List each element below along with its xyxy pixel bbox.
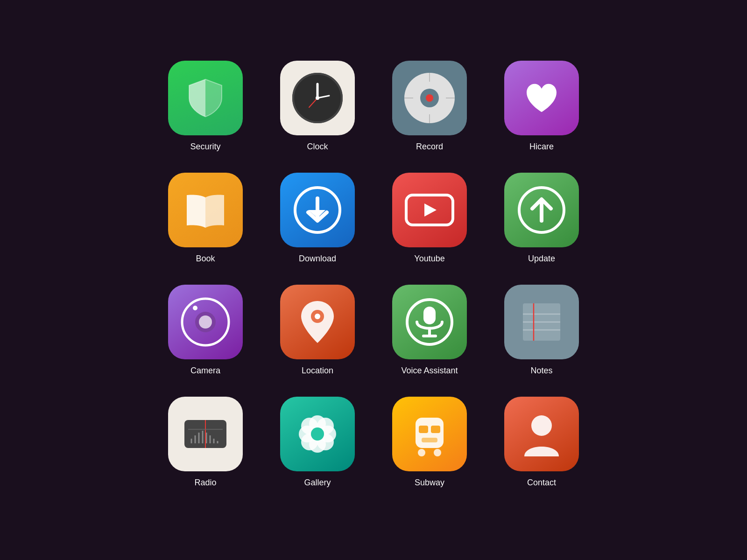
app-item-notes[interactable]: Notes bbox=[495, 285, 588, 387]
subway-icon-wrap bbox=[392, 397, 467, 471]
svg-point-22 bbox=[199, 315, 212, 329]
svg-point-59 bbox=[418, 449, 425, 456]
book-icon-wrap bbox=[168, 173, 243, 247]
security-icon bbox=[187, 77, 224, 119]
svg-point-25 bbox=[315, 314, 320, 319]
subway-label: Subway bbox=[415, 478, 444, 488]
app-item-camera[interactable]: Camera bbox=[159, 285, 252, 387]
update-icon bbox=[516, 184, 567, 236]
download-icon bbox=[292, 184, 343, 236]
app-item-security[interactable]: Security bbox=[159, 61, 252, 163]
svg-marker-17 bbox=[424, 203, 437, 217]
app-item-youtube[interactable]: Youtube bbox=[383, 173, 476, 275]
app-item-radio[interactable]: Radio bbox=[159, 397, 252, 499]
contact-icon bbox=[521, 411, 563, 457]
svg-point-60 bbox=[434, 449, 441, 456]
record-icon-wrap bbox=[392, 61, 467, 135]
app-item-location[interactable]: Location bbox=[271, 285, 364, 387]
svg-rect-58 bbox=[422, 438, 437, 442]
svg-point-61 bbox=[531, 415, 552, 436]
youtube-label: Youtube bbox=[414, 254, 444, 264]
clock-label: Clock bbox=[307, 142, 328, 152]
app-item-gallery[interactable]: Gallery bbox=[271, 397, 364, 499]
app-item-book[interactable]: Book bbox=[159, 173, 252, 275]
notes-label: Notes bbox=[530, 366, 552, 376]
hicare-label: Hicare bbox=[529, 142, 554, 152]
location-icon bbox=[299, 299, 336, 345]
hicare-icon bbox=[523, 79, 560, 117]
notes-icon bbox=[516, 296, 567, 348]
clock-icon-wrap bbox=[280, 61, 355, 135]
app-item-hicare[interactable]: Hicare bbox=[495, 61, 588, 163]
svg-point-23 bbox=[193, 306, 197, 310]
app-item-record[interactable]: Record bbox=[383, 61, 476, 163]
voice-assistant-label: Voice Assistant bbox=[401, 366, 458, 376]
svg-rect-55 bbox=[416, 418, 444, 448]
download-label: Download bbox=[299, 254, 336, 264]
youtube-icon bbox=[404, 191, 455, 229]
update-label: Update bbox=[528, 254, 555, 264]
app-grid: Security Clock bbox=[159, 61, 588, 499]
youtube-icon-wrap bbox=[392, 173, 467, 247]
camera-label: Camera bbox=[190, 366, 220, 376]
record-icon bbox=[402, 70, 458, 126]
camera-icon bbox=[177, 294, 233, 350]
radio-icon-wrap bbox=[168, 397, 243, 471]
svg-rect-56 bbox=[419, 426, 428, 433]
location-icon-wrap bbox=[280, 285, 355, 359]
record-label: Record bbox=[416, 142, 443, 152]
app-item-subway[interactable]: Subway bbox=[383, 397, 476, 499]
location-label: Location bbox=[302, 366, 333, 376]
radio-icon bbox=[180, 413, 231, 455]
svg-point-5 bbox=[316, 96, 319, 100]
camera-icon-wrap bbox=[168, 285, 243, 359]
svg-rect-27 bbox=[423, 307, 436, 324]
security-icon-wrap bbox=[168, 61, 243, 135]
app-item-update[interactable]: Update bbox=[495, 173, 588, 275]
gallery-label: Gallery bbox=[304, 478, 331, 488]
svg-point-8 bbox=[426, 94, 433, 102]
app-item-download[interactable]: Download bbox=[271, 173, 364, 275]
subway-icon bbox=[409, 411, 451, 457]
voice-icon bbox=[404, 296, 455, 348]
clock-icon bbox=[289, 70, 345, 126]
contact-label: Contact bbox=[527, 478, 556, 488]
download-icon-wrap bbox=[280, 173, 355, 247]
notes-icon-wrap bbox=[504, 285, 579, 359]
radio-label: Radio bbox=[194, 478, 216, 488]
gallery-icon bbox=[294, 411, 341, 457]
book-icon bbox=[184, 193, 226, 228]
app-item-voice-assistant[interactable]: Voice Assistant bbox=[383, 285, 476, 387]
contact-icon-wrap bbox=[504, 397, 579, 471]
app-item-contact[interactable]: Contact bbox=[495, 397, 588, 499]
svg-point-54 bbox=[311, 427, 324, 441]
security-label: Security bbox=[190, 142, 220, 152]
book-label: Book bbox=[196, 254, 215, 264]
update-icon-wrap bbox=[504, 173, 579, 247]
hicare-icon-wrap bbox=[504, 61, 579, 135]
gallery-icon-wrap bbox=[280, 397, 355, 471]
svg-rect-57 bbox=[431, 426, 440, 433]
voice-icon-wrap bbox=[392, 285, 467, 359]
app-item-clock[interactable]: Clock bbox=[271, 61, 364, 163]
